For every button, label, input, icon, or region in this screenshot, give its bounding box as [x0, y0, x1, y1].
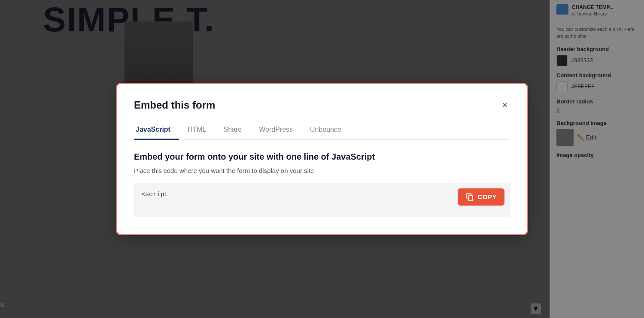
embed-modal: Embed this form × JavaScript HTML Share … [116, 83, 528, 235]
modal-title: Embed this form [134, 99, 215, 111]
modal-close-button[interactable]: × [499, 100, 510, 111]
modal-overlay: Embed this form × JavaScript HTML Share … [0, 0, 644, 318]
modal-header: Embed this form × [134, 99, 510, 111]
svg-rect-0 [468, 196, 473, 201]
copy-button-label: COPY [477, 193, 497, 200]
tab-unbounce[interactable]: Unbounce [301, 121, 350, 140]
code-snippet-text: <script [141, 191, 168, 198]
modal-body-subtitle: Place this code where you want the form … [134, 167, 510, 174]
modal-tabs: JavaScript HTML Share WordPress Unbounce [134, 121, 510, 140]
modal-body: Embed your form onto your site with one … [134, 152, 510, 217]
tab-javascript[interactable]: JavaScript [134, 121, 179, 140]
tab-wordpress[interactable]: WordPress [250, 121, 301, 140]
tab-share[interactable]: Share [215, 121, 251, 140]
tab-html[interactable]: HTML [179, 121, 215, 140]
code-box: <script COPY [134, 183, 510, 217]
modal-body-title: Embed your form onto your site with one … [134, 152, 510, 162]
copy-icon [465, 193, 474, 201]
copy-button[interactable]: COPY [458, 188, 504, 206]
